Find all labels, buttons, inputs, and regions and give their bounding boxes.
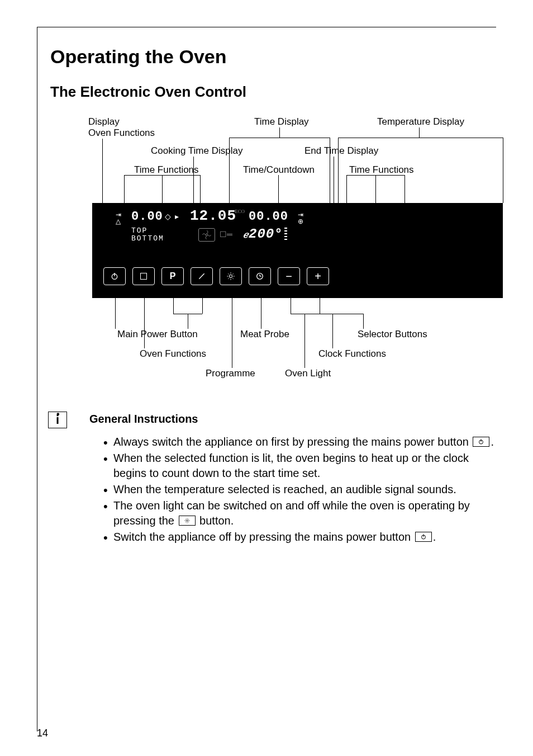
svg-line-24 [185,522,186,522]
page-title: Operating the Oven [50,46,492,68]
temperature-value: ℯ200° [243,226,283,242]
svg-point-3 [229,275,232,277]
temp-bar-icon [284,228,287,240]
instruction-5: Switch the appliance off by pressing the… [103,530,494,545]
label-main-power: Main Power Button [117,329,198,340]
label-time-functions-right: Time Functions [349,164,414,176]
timer-start-icon: ⇥△ [116,211,121,225]
label-end-time-display: End Time Display [304,145,378,157]
oven-functions-button[interactable] [132,267,155,285]
plus-button[interactable]: + [307,267,329,285]
meat-probe-button[interactable] [191,267,213,285]
svg-line-8 [228,273,229,274]
label-display: Display [88,116,120,127]
label-clock-functions: Clock Functions [318,348,386,360]
oven-light-button[interactable] [220,267,242,285]
power-icon [473,437,489,447]
arrow-icon: ▸ [175,212,179,221]
end-time-value: 00.00 [249,210,288,224]
svg-line-23 [188,522,189,522]
svg-line-25 [188,519,189,519]
info-icon: i• [48,412,67,428]
svg-line-22 [185,519,186,519]
label-selector-buttons: Selector Buttons [358,329,427,340]
section-subtitle: The Electronic Oven Control [50,83,492,101]
label-temp-display: Temperature Display [377,116,464,127]
svg-line-11 [232,273,233,274]
label-time-functions-left: Time Functions [134,164,199,176]
cooking-time-value: 0.00 [131,210,163,224]
main-power-button[interactable] [103,267,126,285]
diamond-icon: ◇ [165,212,171,221]
label-programme: Programme [206,368,255,379]
instruction-1: Always switch the appliance on first by … [103,434,494,450]
instructions-list: Always switch the appliance on first by … [103,434,494,545]
clock-functions-button[interactable] [249,267,271,285]
power-icon [415,532,432,542]
page-number: 14 [37,727,48,739]
heat-icon: ☐═ [220,230,232,239]
timer-end-icon: ⇥⊕ [298,211,303,225]
label-oven-functions: Oven Functions [140,348,206,360]
eco-label: ECO [235,209,245,214]
label-oven-functions-top: Oven Functions [88,127,155,139]
mode-bottom: BOTTOM [131,234,164,243]
control-panel-diagram: Display Oven Functions Time Display Temp… [61,116,503,396]
instruction-4: The oven light can be switched on and of… [103,498,494,528]
mode-top: TOP [131,226,147,235]
fan-icon [198,228,215,242]
label-time-countdown: Time/Countdown [243,164,315,176]
svg-line-10 [228,278,229,278]
instruction-2: When the selected function is lit, the o… [103,451,494,481]
clock-value: 12.05 [190,207,236,224]
general-instructions-header: General Instructions [89,413,492,426]
instruction-3: When the temperature selected is reached… [103,482,494,497]
label-oven-light: Oven Light [285,368,331,379]
label-meat-probe: Meat Probe [240,329,289,340]
svg-line-9 [232,278,233,278]
svg-point-17 [186,519,188,521]
light-icon [179,516,196,526]
label-time-display: Time Display [254,116,309,127]
programme-button[interactable]: P [161,267,184,285]
minus-button[interactable]: − [278,267,300,285]
svg-point-0 [206,234,208,236]
oven-control-panel: ⇥△ ⇥⊕ 0.00 ◇ ▸ 12.05 ECO 00.00 TOP BOTTO… [92,203,503,298]
